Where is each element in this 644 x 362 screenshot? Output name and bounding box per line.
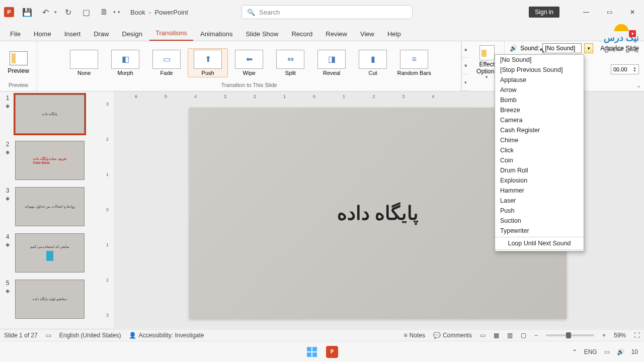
tray-display-icon[interactable]: ▭ bbox=[604, 348, 610, 355]
restore-icon[interactable]: ▭ bbox=[598, 4, 621, 20]
zoom-slider[interactable] bbox=[546, 334, 594, 336]
file-icon[interactable]: 🗎 bbox=[97, 5, 111, 19]
sound-select[interactable]: [No Sound] bbox=[542, 43, 582, 53]
transition-split[interactable]: ⇔Split bbox=[270, 48, 310, 77]
transition-wipe[interactable]: ⬅Wipe bbox=[229, 48, 269, 77]
slide-thumbnails[interactable]: 1✱پایگاه داده2✱تعریف ساده پایگاه داده Da… bbox=[0, 92, 101, 328]
qat-more-icon[interactable]: ▾ bbox=[118, 10, 120, 15]
normal-view-icon[interactable]: ▭ bbox=[480, 332, 486, 339]
transition-star-icon: ✱ bbox=[6, 242, 10, 248]
tab-draw[interactable]: Draw bbox=[88, 27, 115, 41]
slide-thumb-5[interactable]: 5✱مفاهیم اولیه پایگاه داده bbox=[3, 280, 101, 319]
sound-option[interactable]: Explosion bbox=[495, 175, 584, 186]
reading-view-icon[interactable]: ▥ bbox=[507, 332, 513, 339]
tab-animations[interactable]: Animations bbox=[194, 27, 238, 41]
sound-option[interactable]: [Stop Previous Sound] bbox=[495, 65, 584, 75]
sound-option[interactable]: Chime bbox=[495, 135, 584, 145]
sound-dropdown-button[interactable]: ▾ bbox=[584, 43, 593, 53]
sound-option[interactable]: Click bbox=[495, 145, 584, 155]
accessibility-icon: 👤 bbox=[129, 332, 136, 339]
zoom-out-icon[interactable]: − bbox=[534, 332, 538, 339]
sound-option[interactable]: Drum Roll bbox=[495, 165, 584, 175]
search-input[interactable]: 🔍 Search bbox=[242, 5, 413, 19]
tray-chevron-icon[interactable]: ⌃ bbox=[572, 348, 577, 355]
transition-cut[interactable]: ▮Cut bbox=[353, 48, 393, 77]
tray-language[interactable]: ENG bbox=[584, 348, 597, 355]
sound-option[interactable]: Suction bbox=[495, 216, 584, 226]
group-label-transitions: Transition to This Slide bbox=[40, 82, 458, 91]
push-icon: ⬆ bbox=[194, 50, 222, 69]
tab-design[interactable]: Design bbox=[116, 27, 148, 41]
ribbon-options-icon[interactable]: ▾ bbox=[629, 30, 636, 37]
language-status[interactable]: English (United States) bbox=[59, 332, 121, 339]
zoom-value[interactable]: 59% bbox=[614, 332, 626, 339]
tab-insert[interactable]: Insert bbox=[58, 27, 87, 41]
save-icon[interactable]: 💾 bbox=[20, 5, 34, 19]
sound-option[interactable]: Camera bbox=[495, 115, 584, 125]
transition-star-icon: ✱ bbox=[6, 196, 10, 202]
search-icon: 🔍 bbox=[247, 9, 255, 16]
random bars-icon: ≡ bbox=[400, 50, 428, 69]
vertical-ruler: 3210123 bbox=[101, 92, 115, 328]
spellcheck-icon[interactable]: ▭ bbox=[46, 332, 51, 339]
sound-option[interactable]: Arrow bbox=[495, 85, 584, 95]
accessibility-status[interactable]: 👤 Accessibility: Investigate bbox=[129, 332, 204, 339]
tab-review[interactable]: Review bbox=[319, 27, 353, 41]
tab-record[interactable]: Record bbox=[285, 27, 318, 41]
taskbar: P ⌃ ENG ▭ 🔊 10 bbox=[0, 341, 644, 362]
notes-button[interactable]: ≡Notes bbox=[404, 332, 425, 339]
advance-slide-label: Advance Slide bbox=[600, 45, 639, 52]
advance-time-input[interactable]: 00.00 ▲▼ bbox=[611, 64, 639, 74]
tab-home[interactable]: Home bbox=[28, 27, 57, 41]
sound-option[interactable]: Cash Register bbox=[495, 125, 584, 135]
transition-fade[interactable]: ▭Fade bbox=[146, 48, 187, 77]
zoom-in-icon[interactable]: + bbox=[602, 332, 606, 339]
slide-thumb-4[interactable]: 4✱منابعی که استفاده می کنیم bbox=[3, 233, 101, 273]
gallery-scroll[interactable]: ▲▼▾ bbox=[461, 41, 469, 91]
ribbon-collapse-icon[interactable]: ⌄ bbox=[636, 82, 641, 89]
wipe-icon: ⬅ bbox=[235, 50, 263, 69]
sound-option[interactable]: Laser bbox=[495, 196, 584, 206]
slide-thumb-2[interactable]: 2✱تعریف ساده پایگاه داده Data Base bbox=[3, 141, 101, 180]
slide-thumb-3[interactable]: 3✱روابط و اتصالات بین جداول مهم‌اند bbox=[3, 187, 101, 226]
cut-icon: ▮ bbox=[359, 50, 387, 69]
transition-none[interactable]: None bbox=[64, 48, 104, 77]
slideshow-view-icon[interactable]: ▢ bbox=[521, 332, 526, 339]
sound-option[interactable]: Push bbox=[495, 206, 584, 216]
redo-icon[interactable]: ↻ bbox=[61, 5, 75, 19]
sign-in-button[interactable]: Sign in bbox=[529, 7, 559, 18]
undo-icon[interactable]: ↶ bbox=[38, 5, 52, 19]
tray-volume-icon[interactable]: 🔊 bbox=[617, 348, 624, 355]
transition-push[interactable]: ⬆Push bbox=[188, 48, 228, 77]
taskbar-powerpoint[interactable]: P bbox=[325, 344, 340, 359]
sound-option[interactable]: Hammer bbox=[495, 186, 584, 196]
transition-star-icon: ✱ bbox=[6, 289, 10, 294]
sound-loop-option[interactable]: Loop Until Next Sound bbox=[495, 238, 584, 248]
transition-random-bars[interactable]: ≡Random Bars bbox=[394, 48, 434, 77]
slide-thumb-1[interactable]: 1✱پایگاه داده bbox=[3, 95, 101, 134]
present-from-start-icon[interactable]: ▢ bbox=[79, 5, 93, 19]
sorter-view-icon[interactable]: ▦ bbox=[494, 332, 499, 339]
transition-morph[interactable]: ◧Morph bbox=[105, 48, 145, 77]
sound-option[interactable]: Applause bbox=[495, 75, 584, 85]
transition-star-icon: ✱ bbox=[6, 104, 10, 109]
minimize-icon[interactable]: — bbox=[575, 4, 598, 20]
sound-option[interactable]: Bomb bbox=[495, 95, 584, 105]
tab-transitions[interactable]: Transitions bbox=[149, 26, 193, 41]
preview-button[interactable]: Preview bbox=[4, 50, 33, 75]
transition-star-icon: ✱ bbox=[6, 150, 10, 155]
fit-window-icon[interactable]: ⛶ bbox=[634, 332, 640, 339]
morph-icon: ◧ bbox=[111, 50, 139, 69]
comments-button[interactable]: 💬Comments bbox=[433, 332, 472, 339]
tab-slide-show[interactable]: Slide Show bbox=[239, 27, 284, 41]
close-icon[interactable]: ✕ bbox=[621, 4, 644, 20]
tab-view[interactable]: View bbox=[354, 27, 380, 41]
sound-option[interactable]: Typewriter bbox=[495, 226, 584, 236]
sound-option[interactable]: [No Sound] bbox=[495, 55, 584, 65]
transition-reveal[interactable]: ◨Reveal bbox=[311, 48, 352, 77]
sound-option[interactable]: Breeze bbox=[495, 105, 584, 115]
sound-option[interactable]: Coin bbox=[495, 155, 584, 165]
tab-file[interactable]: File bbox=[4, 27, 27, 41]
tab-help[interactable]: Help bbox=[381, 27, 407, 41]
start-button[interactable] bbox=[304, 344, 319, 359]
